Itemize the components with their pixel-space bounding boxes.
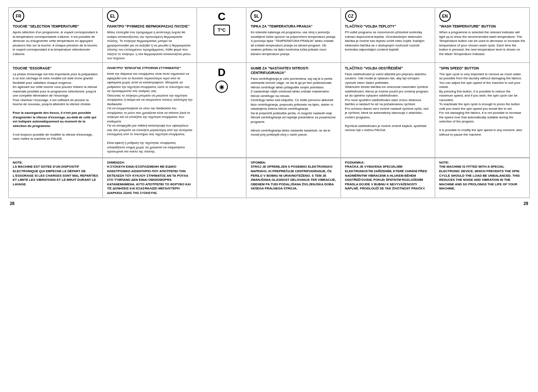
sl-note-title: OPOMBA: [250,161,336,165]
cz-section2-body: Fáze odstřeďování je velmi důležitá pro … [345,72,431,133]
cz-note-body: PRAČKA JE VYBAVENA SPECIÁLNÍM ELEKTRONIC… [345,165,431,191]
cz-note: POZNÁMKA: PRAČKA JE VYBAVENA SPECIÁLNÍM … [341,158,435,198]
en-section2: "SPIN SPEED" BUTTON The spin cycle is ve… [435,63,529,158]
el-section2-title: ΠΛΗΚΤΡΟ "ΕΠΙΛΟΓΗΣ ΣΤΡΟΦΩΝ ΣΤΥΨΙΜΑΤΟΣ" [107,66,192,71]
symbol-col-1: C T°C [197,8,246,63]
cz-section2-title: TLAČÍTKO "VOLBA ODSTŘEDĚNÍ" [345,66,431,71]
fr-note-body: LA MACHINE EST DOTEE D'UN DISPOSITIF ELE… [13,165,98,187]
sl-col-header: SL TIPKA ZA "TEMPERATURA PRANJA" Ko izbe… [246,8,341,63]
body-row: TOUCHE "ESSORAGE" La phase d'essorage es… [8,63,530,158]
el-badge: EL [107,10,118,22]
el-section1-title: ΠΛΗΚΤΡΟ "ΡΥΘΜΙΣΗΣ ΘΕΡΜΟΚΡΑΣΙΑΣ ΠΛΥΣΗΣ" [107,24,190,29]
en-note-title: NOTE: [439,161,525,165]
fr-section2-body: La phase d'essorage est très importante … [13,72,98,141]
el-note-body: Η ΣΥΣΚΕΥΗ ΕΙΝΑΙ ΕΞΟΠΛΙΣΜΕΝΗ ΜΕ ΕΙΔΙΚΟ ΗΛ… [107,165,192,195]
en-section1-body: When a programme is selected the relevan… [439,30,525,56]
spin-symbol: ◉ [216,81,228,93]
fr-section1-body: Après sélection d'un programme, le voyan… [13,30,98,56]
el-note-title: ΣΗΜΕΙΩΣΗ: [107,161,192,165]
fr-col-header: FR TOUCHE "SELECTION TEMPERATURE" Après … [9,8,103,63]
c-symbol: C [218,10,226,23]
cz-col-header: CZ TLAČÍTKO "VOLBA TEPLOTY" Při volbě pr… [341,8,435,63]
en-section2-body: The spin cycle is very important to remo… [439,72,525,137]
en-badge: EN [439,10,451,22]
el-note: ΣΗΜΕΙΩΣΗ: Η ΣΥΣΚΕΥΗ ΕΙΝΑΙ ΕΞΟΠΛΙΣΜΕΝΗ ΜΕ… [103,158,197,198]
fr-section2-title: TOUCHE "ESSORAGE" [13,66,98,71]
el-col-header: EL ΠΛΗΚΤΡΟ "ΡΥΘΜΙΣΗΣ ΘΕΡΜΟΚΡΑΣΙΑΣ ΠΛΥΣΗΣ… [103,8,197,63]
en-section2-title: "SPIN SPEED" BUTTON [439,66,525,71]
el-section1-body: Μόλις επιλεχθεί ένα πρόγραμμα η αντίστοι… [107,30,192,61]
note-row: NOTE: LA MACHINE EST DOTEE D'UN DISPOSIT… [8,158,530,198]
sl-section1-body: Ko izberete katerega od programov, vas s… [250,30,336,56]
cz-section2: TLAČÍTKO "VOLBA ODSTŘEDĚNÍ" Fáze odstřeď… [341,63,435,158]
sl-section2-title: GUMB ZA "NASTAVITEV HITROSTI CENTRIFUGIR… [250,66,336,75]
sl-section2: GUMB ZA "NASTAVITEV HITROSTI CENTRIFUGIR… [246,63,341,158]
temp-symbol: T°C [213,25,230,35]
left-page-number: 28 [10,201,14,206]
symbol-col-note [197,158,246,198]
fr-badge: FR [13,10,24,22]
fr-note: NOTE: LA MACHINE EST DOTEE D'UN DISPOSIT… [9,158,103,198]
sl-section1-title: TIPKA ZA "TEMPERATURA PRANJA" [250,24,313,29]
symbol-col-2: D ◉ [197,63,246,158]
el-section2: ΠΛΗΚΤΡΟ "ΕΠΙΛΟΓΗΣ ΣΤΡΟΦΩΝ ΣΤΥΨΙΜΑΤΟΣ" Κα… [103,63,197,158]
sl-note: OPOMBA: STROJ JE OPREMLJEN S POSEBNO ELE… [246,158,341,198]
en-note: NOTE: THE MACHINE IS FITTED WITH A SPECI… [435,158,529,198]
d-symbol: D [218,66,226,79]
cz-note-title: POZNÁMKA: [345,161,431,165]
page: FR TOUCHE "SELECTION TEMPERATURE" Après … [0,0,538,392]
fr-note-title: NOTE: [13,161,98,165]
en-col-header: EN "WASH TEMPERATURE" BUTTON When a prog… [435,8,529,63]
el-section2-body: Κατά την διάρκεια του στυψίματος είναι π… [107,72,192,154]
sl-section2-body: Faza centrifugiranja je zelo pomembna, s… [250,77,336,137]
page-numbers: 28 29 [8,198,530,206]
sl-note-body: STROJ JE OPREMLJEN S POSEBNO ELEKTRONSKO… [250,165,336,191]
right-page-number: 29 [524,201,528,206]
fr-section2: TOUCHE "ESSORAGE" La phase d'essorage es… [9,63,103,158]
en-section1-title: "WASH TEMPERATURE" BUTTON [439,24,496,29]
en-note-body: THE MACHINE IS FITTED WITH A SPECIAL ELE… [439,165,525,191]
header-row: FR TOUCHE "SELECTION TEMPERATURE" Après … [8,7,530,63]
cz-section1-body: Při volbě programu se rozsvícením příslu… [345,30,431,52]
cz-badge: CZ [345,10,357,22]
sl-badge: SL [250,10,262,22]
fr-section1-title: TOUCHE "SELECTION TEMPERATURE" [13,24,79,29]
cz-section1-title: TLAČÍTKO "VOLBA TEPLOTY" [345,24,396,29]
